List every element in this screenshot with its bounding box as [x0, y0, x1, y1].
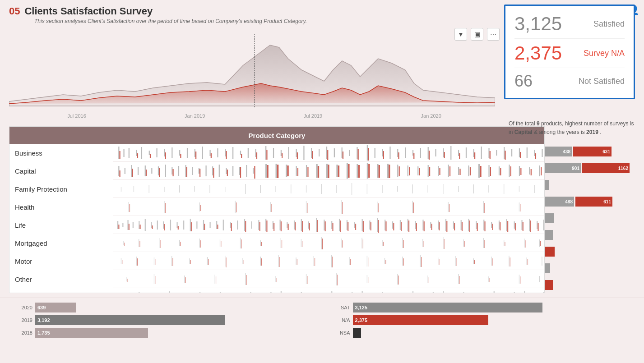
stat-red-motor	[545, 247, 555, 257]
svg-rect-144	[227, 170, 228, 176]
svg-rect-266	[385, 220, 385, 230]
svg-rect-21	[265, 146, 266, 160]
svg-rect-203	[129, 202, 129, 212]
svg-rect-436	[306, 274, 306, 284]
svg-rect-71	[312, 151, 313, 159]
svg-rect-171	[510, 166, 511, 176]
svg-rect-210	[377, 202, 377, 212]
svg-rect-189	[336, 185, 337, 193]
svg-rect-100	[205, 165, 206, 176]
category-capital[interactable]: Capital	[9, 162, 113, 180]
svg-rect-408	[155, 259, 155, 265]
svg-rect-417	[315, 258, 315, 266]
svg-rect-155	[348, 164, 349, 178]
svg-rect-422	[403, 258, 404, 266]
svg-rect-373	[403, 240, 404, 248]
svg-rect-381	[121, 258, 121, 264]
svg-rect-14	[209, 150, 210, 156]
svg-rect-190	[352, 183, 352, 195]
svg-rect-237	[176, 222, 177, 228]
svg-rect-47	[466, 147, 467, 158]
svg-rect-382	[136, 257, 137, 266]
svg-rect-141	[186, 167, 187, 177]
svg-rect-136	[119, 170, 120, 177]
svg-rect-404	[527, 257, 527, 265]
insight-text-end: & among the years is	[534, 129, 586, 135]
svg-rect-464	[169, 291, 170, 293]
svg-rect-298	[245, 221, 246, 232]
svg-rect-160	[399, 166, 400, 176]
svg-rect-140	[172, 169, 173, 176]
svg-rect-361	[160, 240, 160, 248]
svg-rect-125	[438, 166, 439, 176]
category-other[interactable]: Other	[9, 270, 113, 288]
svg-rect-316	[385, 221, 386, 231]
svg-rect-123	[417, 166, 418, 175]
svg-rect-445	[127, 279, 127, 282]
svg-rect-280	[491, 222, 492, 228]
svg-rect-444	[539, 276, 540, 282]
svg-rect-306	[309, 223, 310, 230]
svg-rect-172	[520, 168, 521, 175]
svg-rect-347	[321, 237, 322, 249]
svg-rect-355	[483, 238, 484, 248]
stat-red-business: 631	[573, 147, 612, 156]
svg-rect-264	[369, 221, 370, 230]
category-business[interactable]: Business	[9, 144, 113, 162]
bottom-section: 2020 639 2019 3,192 2018 1,735 SAT 3,125	[0, 298, 644, 363]
svg-rect-441	[458, 274, 459, 284]
svg-rect-451	[307, 276, 307, 284]
svg-rect-332	[507, 221, 508, 232]
svg-rect-425	[457, 258, 457, 266]
category-family-protection[interactable]: Family Protection	[9, 180, 113, 198]
svg-rect-317	[393, 223, 394, 230]
svg-rect-241	[203, 220, 204, 230]
svg-rect-145	[240, 167, 241, 178]
category-motor[interactable]: Motor	[9, 252, 113, 270]
svg-rect-254	[294, 221, 295, 230]
svg-rect-367	[282, 240, 282, 248]
stat-row-life	[545, 210, 635, 227]
svg-rect-248	[251, 221, 252, 229]
category-life[interactable]: Life	[9, 216, 113, 234]
svg-rect-201	[519, 186, 519, 192]
svg-rect-442	[488, 276, 489, 282]
svg-rect-323	[439, 222, 440, 230]
svg-rect-215	[130, 204, 130, 212]
svg-rect-207	[270, 202, 271, 212]
svg-rect-158	[379, 165, 380, 178]
svg-rect-307	[317, 220, 318, 232]
svg-rect-257	[316, 218, 317, 232]
svg-rect-62	[180, 154, 181, 158]
category-health[interactable]: Health	[9, 198, 113, 216]
svg-rect-138	[146, 170, 147, 176]
svg-rect-428	[510, 257, 510, 267]
svg-rect-277	[468, 219, 469, 231]
axis-label-1: Jul 2016	[67, 113, 86, 119]
svg-rect-294	[191, 222, 192, 231]
svg-rect-216	[165, 203, 166, 213]
svg-rect-130	[488, 165, 489, 177]
svg-rect-388	[243, 258, 243, 264]
insight-period: .	[600, 129, 601, 135]
svg-rect-188	[321, 184, 322, 194]
svg-rect-109	[276, 164, 277, 178]
svg-rect-259	[331, 221, 332, 229]
sat-bars-panel: SAT 3,125 N/A 2,375 NSA	[327, 298, 644, 363]
svg-rect-84	[505, 151, 505, 160]
svg-rect-41	[420, 148, 421, 158]
stat-row-health: 488 611	[545, 193, 635, 210]
svg-rect-321	[424, 221, 425, 231]
svg-rect-195	[428, 185, 428, 193]
survey-na-label: Survey N/A	[584, 49, 625, 58]
svg-rect-80	[444, 152, 445, 158]
year-bar-2020: 2020 639	[18, 303, 318, 312]
chart-row-property	[113, 288, 544, 293]
svg-rect-236	[170, 220, 171, 230]
svg-rect-310	[340, 221, 341, 232]
svg-rect-87	[118, 166, 119, 176]
category-property[interactable]: Property	[9, 288, 113, 293]
category-mortgaged[interactable]: Mortgaged	[9, 234, 113, 252]
svg-rect-223	[413, 202, 414, 213]
svg-rect-427	[492, 258, 492, 266]
